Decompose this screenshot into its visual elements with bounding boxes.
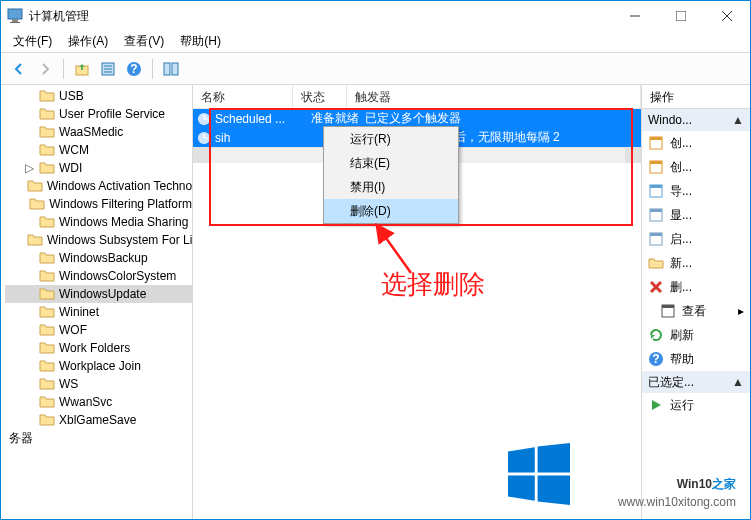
tree-item[interactable]: Workplace Join (5, 357, 192, 375)
task-state: 准备就绪 (311, 110, 365, 127)
actions-section-label: 已选定... (648, 374, 694, 391)
svg-rect-33 (662, 305, 674, 308)
tree-item-label: Wininet (59, 305, 99, 319)
watermark: Win10之家 www.win10xitong.com (618, 463, 736, 509)
close-button[interactable] (704, 1, 750, 31)
task-list-header: 名称 状态 触发器 (193, 85, 641, 109)
context-menu-disable[interactable]: 禁用(I) (324, 175, 458, 199)
tree-item-label: WS (59, 377, 78, 391)
svg-rect-25 (650, 161, 662, 164)
svg-rect-0 (8, 9, 22, 19)
tree-item-label: Work Folders (59, 341, 130, 355)
navigation-tree[interactable]: USBUser Profile ServiceWaaSMedicWCM▷WDIW… (1, 85, 193, 519)
svg-text:?: ? (130, 62, 137, 76)
tree-item[interactable]: WindowsBackup (5, 249, 192, 267)
svg-rect-23 (650, 137, 662, 140)
tree-item[interactable]: WCM (5, 141, 192, 159)
tree-item[interactable]: WindowsUpdate (5, 285, 192, 303)
context-menu: 运行(R) 结束(E) 禁用(I) 删除(D) (323, 126, 459, 224)
action-item[interactable]: 创... (642, 131, 750, 155)
up-level-button[interactable] (70, 57, 94, 81)
task-trigger: 已定义多个触发器 (365, 110, 641, 127)
tree-item-label: Windows Subsystem For Linux (47, 233, 192, 247)
context-menu-delete[interactable]: 删除(D) (324, 199, 458, 223)
action-item[interactable]: 导... (642, 179, 750, 203)
tree-item[interactable]: WwanSvc (5, 393, 192, 411)
expander-icon[interactable]: ▷ (23, 161, 35, 175)
tree-item[interactable]: WindowsColorSystem (5, 267, 192, 285)
action-item[interactable]: 启... (642, 227, 750, 251)
svg-rect-15 (172, 63, 178, 75)
nav-back-button[interactable] (7, 57, 31, 81)
maximize-button[interactable] (658, 1, 704, 31)
watermark-brand: Win10之家 (618, 463, 736, 495)
app-icon (7, 8, 23, 24)
action-label: 运行 (670, 397, 694, 414)
svg-rect-31 (650, 233, 662, 236)
menu-action[interactable]: 操作(A) (60, 31, 116, 52)
tree-item-label: WindowsBackup (59, 251, 148, 265)
column-header-trigger[interactable]: 触发器 (347, 85, 641, 108)
svg-rect-14 (164, 63, 170, 75)
tree-item[interactable]: Windows Subsystem For Linux (5, 231, 192, 249)
actions-section-header[interactable]: Windo... ▲ (642, 109, 750, 131)
tree-item[interactable]: USB (5, 87, 192, 105)
tree-item[interactable]: Work Folders (5, 339, 192, 357)
watermark-url: www.win10xitong.com (618, 495, 736, 509)
tree-item[interactable]: User Profile Service (5, 105, 192, 123)
svg-rect-29 (650, 209, 662, 212)
menu-help[interactable]: 帮助(H) (172, 31, 229, 52)
action-item[interactable]: 显... (642, 203, 750, 227)
menu-view[interactable]: 查看(V) (116, 31, 172, 52)
minimize-button[interactable] (612, 1, 658, 31)
action-item[interactable]: 查看▸ (642, 299, 750, 323)
task-name: Scheduled ... (215, 112, 311, 126)
action-item[interactable]: 创... (642, 155, 750, 179)
tree-item[interactable]: Windows Media Sharing (5, 213, 192, 231)
tree-item[interactable]: Windows Activation Technologies (5, 177, 192, 195)
actions-section-header[interactable]: 已选定... ▲ (642, 371, 750, 393)
action-label: 显... (670, 207, 692, 224)
column-header-state[interactable]: 状态 (293, 85, 347, 108)
help-button[interactable]: ? (122, 57, 146, 81)
tree-item[interactable]: Wininet (5, 303, 192, 321)
action-label: 创... (670, 135, 692, 152)
nav-forward-button[interactable] (33, 57, 57, 81)
tree-item-label: Windows Filtering Platform (49, 197, 192, 211)
action-item[interactable]: 运行 (642, 393, 750, 417)
tree-item-label: Windows Activation Technologies (47, 179, 192, 193)
action-label: 新... (670, 255, 692, 272)
tree-item[interactable]: WOF (5, 321, 192, 339)
tree-item[interactable]: XblGameSave (5, 411, 192, 429)
action-label: 查看 (682, 303, 706, 320)
actions-section-label: Windo... (648, 113, 692, 127)
context-menu-run[interactable]: 运行(R) (324, 127, 458, 151)
action-label: 导... (670, 183, 692, 200)
action-label: 刷新 (670, 327, 694, 344)
properties-button[interactable] (96, 57, 120, 81)
tree-item-label: WOF (59, 323, 87, 337)
menu-file[interactable]: 文件(F) (5, 31, 60, 52)
tree-item-label: WDI (59, 161, 82, 175)
tree-item-label: XblGameSave (59, 413, 136, 427)
tree-item[interactable]: WS (5, 375, 192, 393)
menu-bar: 文件(F) 操作(A) 查看(V) 帮助(H) (1, 31, 750, 53)
context-menu-end[interactable]: 结束(E) (324, 151, 458, 175)
action-label: 删... (670, 279, 692, 296)
column-header-name[interactable]: 名称 (193, 85, 293, 108)
tree-item-label: USB (59, 89, 84, 103)
window-title: 计算机管理 (29, 8, 612, 25)
tree-item[interactable]: Windows Filtering Platform (5, 195, 192, 213)
tree-item-label: User Profile Service (59, 107, 165, 121)
title-bar: 计算机管理 (1, 1, 750, 31)
view-toggle-button[interactable] (159, 57, 183, 81)
action-item[interactable]: ?帮助 (642, 347, 750, 371)
action-item[interactable]: 新... (642, 251, 750, 275)
svg-rect-2 (10, 22, 20, 23)
action-item[interactable]: 删... (642, 275, 750, 299)
tree-item[interactable]: ▷WDI (5, 159, 192, 177)
toolbar-separator (63, 59, 64, 79)
tree-item[interactable]: WaaSMedic (5, 123, 192, 141)
svg-rect-27 (650, 185, 662, 188)
action-item[interactable]: 刷新 (642, 323, 750, 347)
